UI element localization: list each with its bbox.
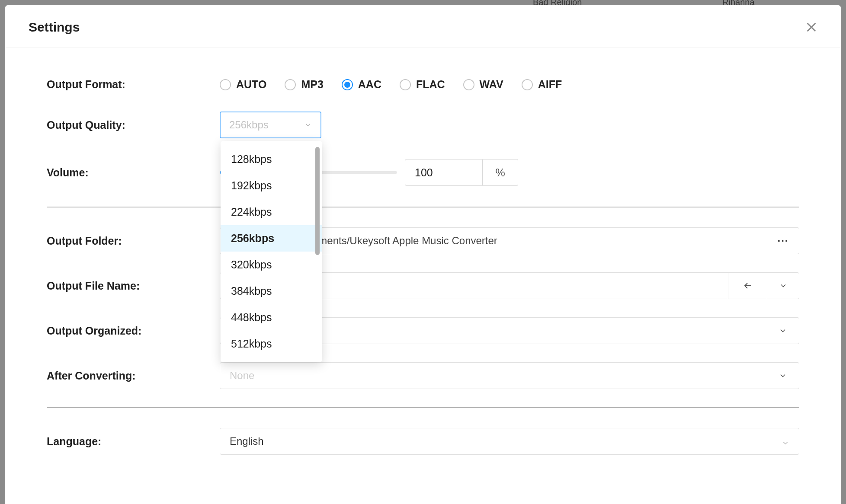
- format-radio-flac[interactable]: FLAC: [400, 78, 445, 91]
- quality-option[interactable]: 384kbps: [221, 278, 322, 304]
- format-radio-mp3[interactable]: MP3: [285, 78, 323, 91]
- filename-dropdown-button[interactable]: [767, 272, 799, 299]
- radio-label: WAV: [480, 78, 503, 91]
- radio-label: AAC: [358, 78, 381, 91]
- volume-value-input[interactable]: 100: [405, 159, 483, 186]
- chevron-down-icon: [779, 371, 787, 380]
- label-output-file-name: Output File Name:: [47, 280, 220, 292]
- row-output-folder: Output Folder: cuments/Ukeysoft Apple Mu…: [47, 227, 799, 254]
- output-quality-select[interactable]: 256kbps 128kbps192kbps224kbps256kbps320k…: [220, 112, 321, 138]
- radio-circle-icon: [463, 79, 474, 90]
- after-converting-select[interactable]: None: [220, 362, 799, 389]
- quality-placeholder: 256kbps: [229, 119, 269, 131]
- row-volume: Volume: 100 %: [47, 159, 799, 186]
- browse-folder-button[interactable]: ···: [767, 227, 799, 254]
- quality-option[interactable]: 512kbps: [221, 331, 322, 357]
- modal-title: Settings: [29, 20, 80, 35]
- label-volume: Volume:: [47, 166, 220, 179]
- label-output-format: Output Format:: [47, 78, 220, 91]
- row-output-file-name: Output File Name:: [47, 272, 799, 299]
- ellipsis-icon: ···: [777, 235, 788, 247]
- organized-dropdown-button[interactable]: [767, 317, 799, 344]
- radio-label: AIFF: [538, 78, 562, 91]
- dropdown-scrollbar[interactable]: [315, 147, 320, 255]
- quality-dropdown: 128kbps192kbps224kbps256kbps320kbps384kb…: [221, 141, 322, 362]
- quality-option[interactable]: 256kbps: [221, 225, 322, 252]
- quality-option[interactable]: 192kbps: [221, 172, 322, 199]
- radio-circle-icon: [285, 79, 296, 90]
- section-divider: [47, 207, 799, 207]
- quality-option[interactable]: 448kbps: [221, 304, 322, 331]
- quality-option[interactable]: 128kbps: [221, 146, 322, 172]
- filename-back-button[interactable]: [728, 272, 767, 299]
- volume-unit: %: [483, 159, 518, 186]
- after-converting-dropdown-button[interactable]: [767, 362, 799, 389]
- row-after-converting: After Converting: None: [47, 362, 799, 389]
- label-output-quality: Output Quality:: [47, 119, 220, 131]
- format-radio-aiff[interactable]: AIFF: [522, 78, 562, 91]
- language-value: English: [230, 435, 264, 447]
- section-divider: [47, 407, 799, 408]
- label-output-folder: Output Folder:: [47, 235, 220, 247]
- radio-circle-icon: [400, 79, 411, 90]
- chevron-down-icon: [779, 281, 788, 290]
- radio-label: MP3: [301, 78, 323, 91]
- settings-modal: Settings Output Format: AUTOMP3AACFLACWA…: [5, 5, 841, 504]
- quality-option[interactable]: 224kbps: [221, 199, 322, 225]
- close-icon: [805, 21, 817, 33]
- radio-label: FLAC: [416, 78, 445, 91]
- label-after-converting: After Converting:: [47, 370, 220, 382]
- row-output-organized: Output Organized:: [47, 317, 799, 344]
- close-button[interactable]: [805, 21, 817, 33]
- arrow-left-icon: [743, 281, 753, 291]
- after-converting-value: None: [230, 370, 254, 382]
- modal-body: Output Format: AUTOMP3AACFLACWAVAIFF Out…: [5, 48, 841, 504]
- row-language: Language: English: [47, 428, 799, 455]
- output-format-radio-group: AUTOMP3AACFLACWAVAIFF: [220, 78, 562, 91]
- row-output-format: Output Format: AUTOMP3AACFLACWAVAIFF: [47, 78, 799, 91]
- modal-header: Settings: [5, 5, 841, 48]
- radio-label: AUTO: [236, 78, 266, 91]
- label-language: Language:: [47, 435, 220, 448]
- format-radio-auto[interactable]: AUTO: [220, 78, 266, 91]
- radio-circle-icon: [342, 79, 353, 90]
- language-select[interactable]: English: [220, 428, 799, 455]
- chevron-down-icon: [779, 326, 787, 335]
- radio-circle-icon: [522, 79, 533, 90]
- format-radio-aac[interactable]: AAC: [342, 78, 381, 91]
- label-output-organized: Output Organized:: [47, 325, 220, 337]
- row-output-quality: Output Quality: 256kbps 128kbps192kbps22…: [47, 112, 799, 138]
- radio-circle-icon: [220, 79, 231, 90]
- chevron-down-icon: [782, 437, 789, 445]
- format-radio-wav[interactable]: WAV: [463, 78, 503, 91]
- quality-option[interactable]: 320kbps: [221, 252, 322, 278]
- chevron-down-icon: [304, 121, 312, 129]
